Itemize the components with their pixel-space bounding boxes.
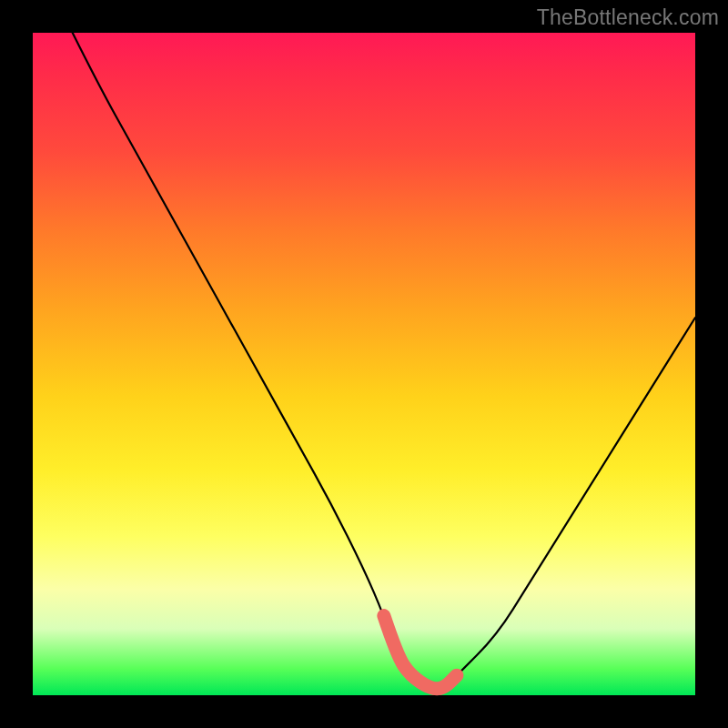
chart-frame: TheBottleneck.com: [0, 0, 728, 728]
curve-highlight: [384, 616, 457, 689]
watermark-text: TheBottleneck.com: [537, 5, 719, 30]
bottleneck-curve: [33, 33, 695, 695]
plot-area: [33, 33, 695, 695]
curve-line: [73, 33, 695, 689]
